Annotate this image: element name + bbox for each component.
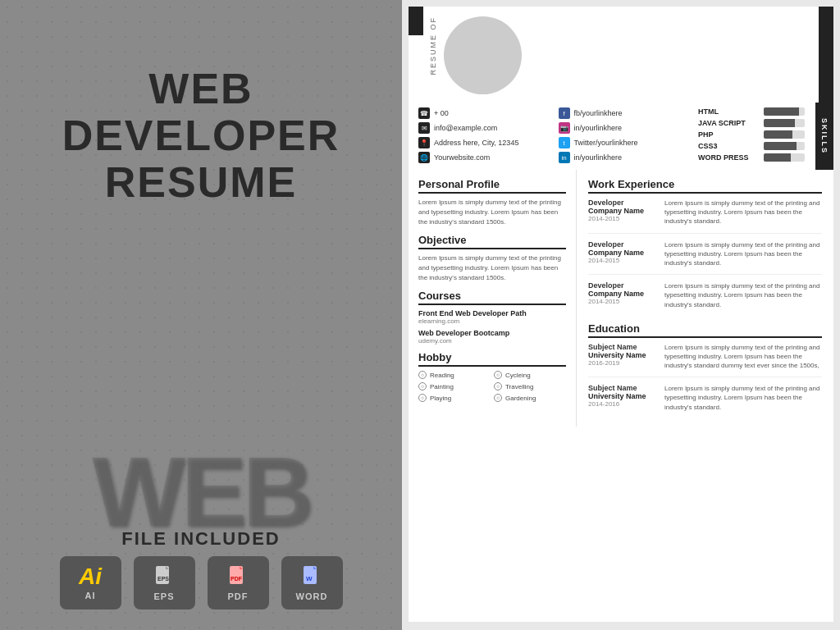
personal-profile-title: Personal Profile bbox=[418, 178, 566, 194]
main-title: WEB DEVELOPER RESUME bbox=[62, 66, 340, 207]
left-content: WEB DEVELOPER RESUME FILE INCLUDED Ai AI… bbox=[16, 16, 386, 618]
course-1-site: elearning.com bbox=[418, 317, 566, 325]
hobby-painting: ○ Painting bbox=[418, 382, 491, 390]
skills-sidebar: SKILLS bbox=[815, 103, 833, 170]
address-text: Address here, City, 12345 bbox=[434, 139, 518, 147]
contact-col-left: ☎ + 00 ✉ info@example.com 📍 Address here… bbox=[418, 107, 552, 165]
resume-header: Resume Of bbox=[409, 7, 833, 103]
insta-icon: 📷 bbox=[559, 122, 570, 134]
hobby-title: Hobby bbox=[418, 351, 566, 367]
pdf-label: PDF bbox=[228, 591, 249, 601]
black-bar-top-left bbox=[409, 7, 423, 35]
edu-1-date: 2016-2019 bbox=[588, 359, 658, 367]
work-3-desc: Lorem Ipsum is simply dummy text of the … bbox=[664, 281, 822, 309]
edu-2-university: University Name bbox=[588, 392, 658, 400]
phone-text: + 00 bbox=[434, 109, 449, 117]
skill-fill-html bbox=[764, 107, 799, 116]
spacer-we-edu bbox=[588, 316, 822, 322]
website-icon: 🌐 bbox=[418, 152, 430, 163]
skill-bar-js bbox=[764, 119, 805, 127]
course-1-name: Front End Web Developer Path bbox=[418, 309, 566, 317]
work-2-company: Company Name bbox=[588, 249, 658, 257]
work-divider-1 bbox=[588, 233, 822, 234]
personal-profile-section: Personal Profile Lorem Ipsum is simply d… bbox=[418, 178, 566, 227]
edu-1-left: Subject Name University Name 2016-2019 bbox=[588, 343, 658, 371]
work-1-company: Company Name bbox=[588, 207, 658, 215]
resume-document: Resume Of SKILLS ☎ + 00 bbox=[409, 7, 833, 622]
travelling-icon: ○ bbox=[494, 382, 502, 390]
skill-html: HTML bbox=[698, 107, 805, 116]
work-2-desc: Lorem Ipsum is simply dummy text of the … bbox=[664, 240, 822, 268]
eps-symbol: EPS bbox=[153, 564, 176, 589]
course-item-2: Web Developer Bootcamp udemy.com bbox=[418, 329, 566, 345]
objective-text: Lorem Ipsum is simply dummy text of the … bbox=[418, 253, 566, 283]
pdf-symbol: PDF bbox=[226, 564, 249, 589]
contact-linkedin: in in/yourlinkhere bbox=[559, 152, 692, 163]
edu-2-left: Subject Name University Name 2014-2016 bbox=[588, 384, 658, 412]
contact-fb: f fb/yourlinkhere bbox=[559, 107, 692, 119]
work-entry-2: Developer Company Name 2014-2015 Lorem I… bbox=[588, 240, 822, 268]
hobby-reading: ○ Reading bbox=[418, 371, 491, 379]
skill-fill-js bbox=[764, 119, 795, 127]
contact-skills-area: SKILLS ☎ + 00 ✉ info@example.com bbox=[409, 103, 833, 170]
personal-profile-text: Lorem Ipsum is simply dummy text of the … bbox=[418, 198, 566, 227]
spacer3 bbox=[418, 345, 566, 351]
file-included-label: FILE INCLUDED bbox=[60, 528, 343, 550]
edu-2-desc: Lorem Ipsum is simply dummy text of the … bbox=[664, 384, 822, 412]
hobby-section: Hobby ○ Reading ○ Cycleing ○ Painting bbox=[418, 351, 566, 402]
spacer2 bbox=[418, 283, 566, 290]
skill-bar-php bbox=[764, 130, 805, 139]
playing-icon: ○ bbox=[418, 394, 427, 402]
edu-1-university: University Name bbox=[588, 351, 658, 359]
hobby-grid: ○ Reading ○ Cycleing ○ Painting ○ bbox=[418, 371, 566, 402]
website-text: Yourwebsite.com bbox=[434, 153, 490, 162]
work-2-left: Developer Company Name 2014-2015 bbox=[588, 240, 658, 268]
gardening-icon: ○ bbox=[494, 394, 502, 402]
contact-email: ✉ info@example.com bbox=[418, 122, 552, 134]
word-symbol: W bbox=[300, 564, 323, 589]
contact-col-social: f fb/yourlinkhere 📷 in/yourlinkhere t Tw… bbox=[559, 107, 692, 165]
contact-twitter: t Twitter/yourlinkhere bbox=[559, 137, 692, 148]
objective-section: Objective Lorem Ipsum is simply dummy te… bbox=[418, 234, 566, 283]
svg-text:W: W bbox=[306, 575, 313, 582]
svg-text:EPS: EPS bbox=[158, 576, 169, 582]
work-experience-section: Work Experience Developer Company Name 2… bbox=[588, 178, 822, 309]
skill-bar-css bbox=[764, 142, 805, 150]
right-panel: Resume Of SKILLS ☎ + 00 bbox=[402, 0, 840, 630]
courses-title: Courses bbox=[418, 290, 566, 305]
skill-bar-wp bbox=[764, 153, 805, 162]
skill-fill-wp bbox=[764, 153, 791, 162]
edu-1-desc: Lorem Ipsum is simply dummy text of the … bbox=[664, 343, 822, 371]
spacer1 bbox=[418, 227, 566, 234]
skill-php: PHP bbox=[698, 130, 805, 139]
reading-icon: ○ bbox=[418, 371, 427, 379]
edu-1-subject: Subject Name bbox=[588, 343, 658, 351]
skill-bar-html bbox=[764, 107, 805, 116]
skills-sidebar-label: SKILLS bbox=[820, 118, 829, 154]
edu-entry-2: Subject Name University Name 2014-2016 L… bbox=[588, 384, 822, 412]
work-entry-3: Developer Company Name 2014-2015 Lorem I… bbox=[588, 281, 822, 309]
eps-label: EPS bbox=[153, 591, 174, 601]
painting-icon: ○ bbox=[418, 382, 427, 390]
hobby-gardening: ○ Gardening bbox=[494, 394, 566, 402]
work-1-left: Developer Company Name 2014-2015 bbox=[588, 199, 658, 226]
course-2-name: Web Developer Bootcamp bbox=[418, 329, 566, 337]
work-3-date: 2014-2015 bbox=[588, 298, 658, 305]
work-3-company: Company Name bbox=[588, 290, 658, 298]
linkedin-text: in/yourlinkhere bbox=[574, 153, 623, 162]
ai-label: AI bbox=[85, 591, 96, 600]
word-label: WORD bbox=[296, 591, 328, 601]
contact-website: 🌐 Yourwebsite.com bbox=[418, 152, 552, 163]
contact-insta: 📷 in/yourlinkhere bbox=[559, 122, 692, 134]
work-entry-1: Developer Company Name 2014-2015 Lorem I… bbox=[588, 199, 822, 226]
work-1-desc: Lorem Ipsum is simply dummy text of the … bbox=[664, 199, 822, 226]
ai-symbol: Ai bbox=[79, 565, 102, 588]
courses-section: Courses Front End Web Developer Path ele… bbox=[418, 290, 566, 345]
work-2-date: 2014-2015 bbox=[588, 257, 658, 264]
insta-text: in/yourlinkhere bbox=[574, 124, 623, 132]
hobby-travelling: ○ Travelling bbox=[494, 382, 566, 390]
linkedin-icon: in bbox=[559, 152, 570, 163]
contact-address: 📍 Address here, City, 12345 bbox=[418, 137, 552, 148]
file-icon-eps: EPS EPS bbox=[134, 556, 195, 609]
objective-title: Objective bbox=[418, 234, 566, 249]
